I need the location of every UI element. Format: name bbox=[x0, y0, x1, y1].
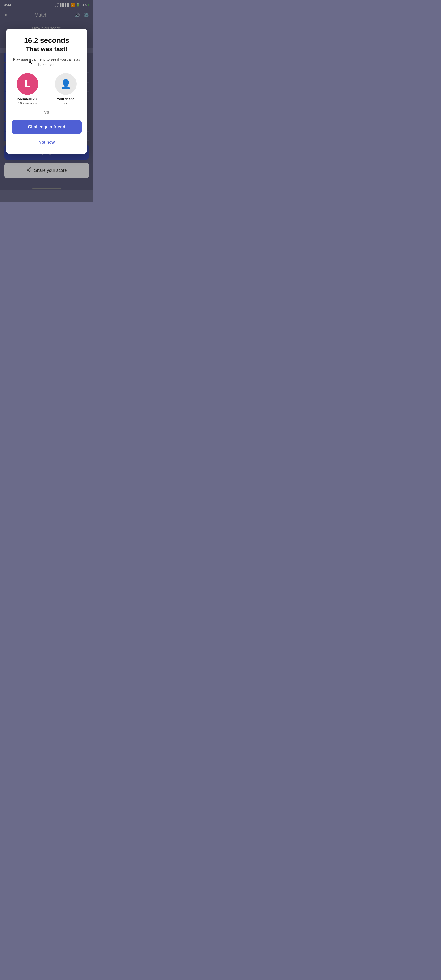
modal-description: Play against a friend to see if you can … bbox=[12, 57, 82, 67]
friend-avatar-icon: 👤 bbox=[60, 79, 71, 89]
friend-name: Your friend bbox=[57, 97, 75, 101]
friend-avatar: 👤 bbox=[55, 73, 76, 95]
user-name: lorendeli1238 bbox=[17, 97, 38, 101]
user-avatar: L bbox=[17, 73, 38, 95]
modal-tagline: That was fast! bbox=[12, 45, 82, 53]
user-initial: L bbox=[24, 78, 31, 90]
user-player: L lorendeli1238 16.2 seconds bbox=[12, 73, 43, 105]
players-row: L lorendeli1238 16.2 seconds VS 👤 Your f… bbox=[12, 73, 82, 115]
vs-section: VS bbox=[43, 73, 50, 115]
user-score: 16.2 seconds bbox=[18, 102, 36, 105]
challenge-button[interactable]: Challenge a friend bbox=[12, 120, 82, 134]
not-now-button[interactable]: Not now bbox=[12, 138, 82, 147]
modal-score: 16.2 seconds bbox=[12, 37, 82, 45]
modal-overlay: ↖ 16.2 seconds That was fast! Play again… bbox=[0, 0, 93, 202]
friend-score: - - bbox=[64, 102, 67, 105]
challenge-modal: 16.2 seconds That was fast! Play against… bbox=[6, 29, 87, 154]
friend-player: 👤 Your friend - - bbox=[50, 73, 82, 105]
vs-label: VS bbox=[43, 102, 50, 115]
